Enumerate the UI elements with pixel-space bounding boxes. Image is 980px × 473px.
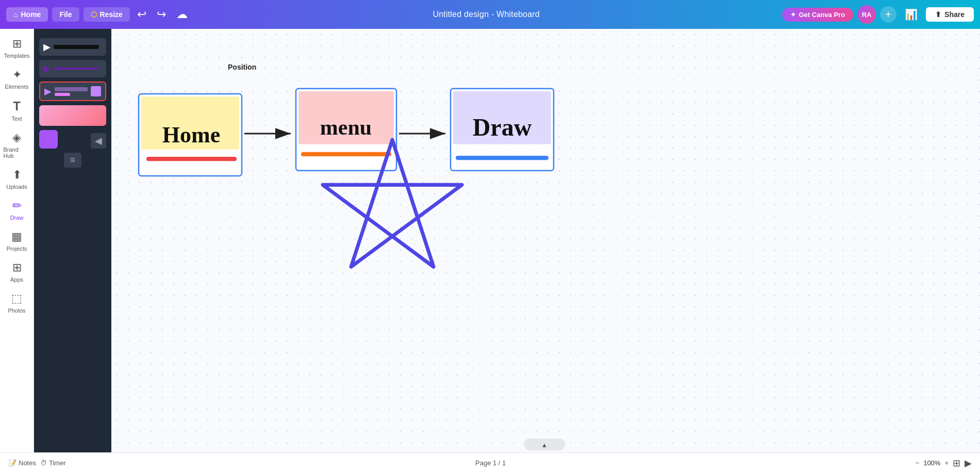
position-label: Position [228,63,256,71]
share-label: Share [944,10,965,19]
sidebar-item-elements[interactable]: ✦ Elements [2,64,32,94]
svg-rect-10 [301,152,391,156]
sidebar-text-label: Text [11,116,22,122]
photos-icon: ⬚ [11,292,22,305]
svg-rect-11 [451,89,554,171]
resize-label: Resize [100,10,123,19]
home-icon: ⌂ [13,10,18,19]
svg-rect-6 [146,157,237,161]
svg-text:▲: ▲ [541,442,547,449]
pen-thick-tool[interactable]: ▶ [39,38,106,56]
avatar[interactable]: RA [857,5,876,24]
draw-icon: ✏ [12,199,22,213]
sidebar-draw-label: Draw [10,215,24,221]
sidebar-projects-label: Projects [7,246,27,252]
canvas[interactable]: Position Home menu Draw [111,29,980,452]
brand-hub-icon: ◈ [12,131,21,144]
sidebar-photos-label: Photos [8,307,25,314]
svg-rect-4 [141,96,239,149]
avatar-initials: RA [862,11,872,19]
hide-panel-button[interactable]: ◀ [91,133,106,149]
svg-rect-12 [453,91,551,144]
elements-icon: ✦ [12,68,22,81]
metrics-button[interactable]: 📊 [901,6,922,23]
timer-label: Timer [49,459,66,467]
document-title: Untitled design - Whiteboard [433,10,539,19]
svg-text:Home: Home [162,122,220,148]
sidebar-brand-hub-label: Brand Hub [4,146,30,159]
svg-rect-7 [296,89,396,171]
svg-text:Draw: Draw [473,113,532,142]
sidebar-elements-label: Elements [5,84,29,90]
notes-button[interactable]: 📝 Notes [8,459,36,467]
share-icon: ⬆ [935,10,941,19]
pen-thin-tool[interactable]: ▶ [39,60,106,77]
page-label: Page 1 / 1 [475,459,506,467]
file-button[interactable]: File [52,7,79,22]
svg-text:menu: menu [320,115,372,140]
grid-view-button[interactable]: ⊞ [953,458,960,469]
home-button[interactable]: ⌂ Home [6,7,48,22]
canva-pro-icon: ✦ [790,11,796,19]
svg-rect-15 [524,438,565,450]
svg-rect-14 [456,156,549,160]
sidebar-uploads-label: Uploads [6,184,27,190]
sidebar-item-apps[interactable]: ⊞ Apps [2,257,32,287]
file-label: File [59,10,72,19]
canva-pro-label: Get Canva Pro [799,11,845,19]
draw-menu-button[interactable]: ≡ [64,153,82,168]
home-label: Home [21,10,41,19]
templates-icon: ⊞ [12,37,22,51]
timer-button[interactable]: ⏱ Timer [40,459,66,467]
resize-icon: ⬡ [91,10,97,19]
zoom-out-button[interactable]: − [916,459,920,467]
topbar: ⌂ Home File ⬡ Resize ↩ ↪ ☁ Untitled desi… [0,0,980,29]
sidebar: ⊞ Templates ✦ Elements T Text ◈ Brand Hu… [0,29,34,473]
bottombar: 📝 Notes ⏱ Timer Page 1 / 1 − 100% + ⊞ ▶ [0,452,980,473]
zoom-level: 100% [923,459,940,467]
resize-button[interactable]: ⬡ Resize [84,7,130,22]
uploads-icon: ⬆ [12,168,22,182]
draw-panel: ▶ ▶ ▶ ◀ ≡ [34,29,111,473]
text-icon: T [13,99,21,113]
bottombar-right: − 100% + ⊞ ▶ [916,458,972,469]
timer-icon: ⏱ [40,459,47,467]
projects-icon: ▦ [11,230,22,243]
present-button[interactable]: ▶ [965,458,972,469]
canvas-svg: Home menu Draw ▲ [111,29,980,452]
sidebar-item-draw[interactable]: ✏ Draw [2,195,32,225]
sidebar-apps-label: Apps [10,276,23,283]
apps-icon: ⊞ [12,261,22,274]
add-collaborator-button[interactable]: + [880,6,896,23]
pen-thick-tip: ▶ [43,41,51,53]
redo-button[interactable]: ↪ [154,6,169,23]
bottombar-left: 📝 Notes ⏱ Timer [8,459,66,467]
zoom-in-button[interactable]: + [944,459,949,467]
pink-gradient-swatch[interactable] [39,105,106,126]
notes-label: Notes [19,459,36,467]
sidebar-templates-label: Templates [4,53,29,59]
canva-pro-button[interactable]: ✦ Get Canva Pro [782,8,854,22]
sidebar-item-photos[interactable]: ⬚ Photos [2,288,32,318]
sidebar-item-uploads[interactable]: ⬆ Uploads [2,164,32,194]
highlighter-tool[interactable]: ▶ [39,81,106,101]
color-picker-button[interactable] [39,130,58,149]
svg-rect-3 [139,94,242,176]
sidebar-item-projects[interactable]: ▦ Projects [2,226,32,256]
notes-icon: 📝 [8,459,16,467]
sidebar-item-brand-hub[interactable]: ◈ Brand Hub [2,127,32,163]
highlighter-tip: ▶ [44,86,52,97]
pen-thin-tip: ▶ [43,63,51,74]
save-button[interactable]: ☁ [173,6,191,23]
undo-button[interactable]: ↩ [134,6,150,23]
sidebar-item-templates[interactable]: ⊞ Templates [2,33,32,63]
svg-rect-8 [298,91,394,144]
page-indicator: Page 1 / 1 [475,459,506,467]
share-button[interactable]: ⬆ Share [926,7,974,22]
sidebar-item-text[interactable]: T Text [2,95,32,126]
